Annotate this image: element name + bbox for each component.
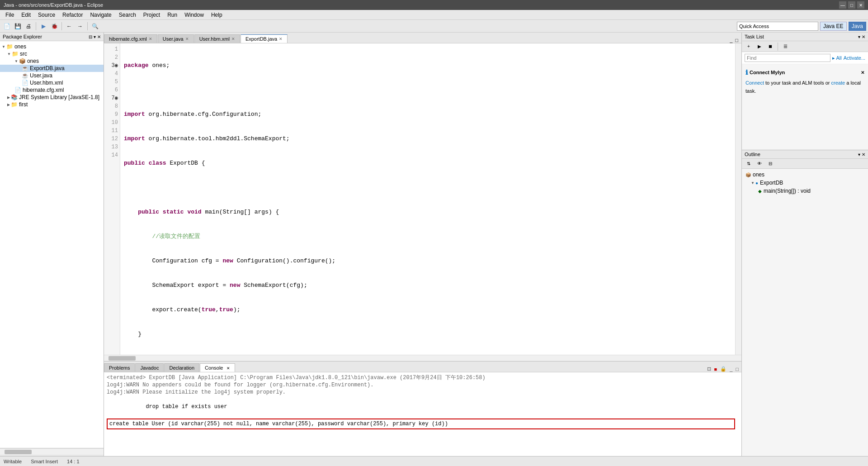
activate-task-button[interactable]: ▶	[755, 42, 764, 52]
editor-horizontal-scroll[interactable]	[104, 355, 741, 361]
tab-exportdb-close[interactable]: ✕	[279, 37, 283, 41]
code-content[interactable]: package ones; import org.hibernate.cfg.C…	[120, 43, 735, 355]
tree-item-jre[interactable]: ▶ 📚 JRE System Library [JavaSE-1.8]	[0, 94, 104, 101]
task-list-close-icon[interactable]: ✕	[862, 34, 865, 39]
task-menu-btn[interactable]: ☰	[780, 42, 790, 52]
new-task-button[interactable]: +	[744, 42, 754, 52]
tab-user-hbm[interactable]: User.hbm.xml ✕	[194, 34, 240, 43]
tab-console-close[interactable]: ✕	[226, 366, 230, 371]
left-scroll-thumb[interactable]	[5, 450, 32, 454]
quick-access-box[interactable]: Quick Access	[737, 22, 818, 31]
package-explorer-title: Package Explorer	[3, 34, 42, 39]
tab-hibernate[interactable]: hibernate.cfg.xml ✕	[104, 34, 157, 43]
back-button[interactable]: ←	[64, 21, 74, 31]
tab-javadoc[interactable]: Javadoc	[135, 363, 164, 372]
java-tab[interactable]: Java	[849, 22, 866, 31]
tree-item-user-hbm[interactable]: 📄 User.hbm.xml	[0, 79, 104, 86]
line-8: 8	[104, 102, 120, 110]
menu-refactor[interactable]: Refactor	[59, 11, 86, 19]
menu-project[interactable]: Project	[140, 11, 164, 19]
menu-file[interactable]: File	[2, 11, 18, 19]
forward-button[interactable]: →	[75, 21, 85, 31]
menu-edit[interactable]: Edit	[18, 11, 34, 19]
close-panel-icon[interactable]: ✕	[97, 34, 101, 39]
editor-minimize-icon[interactable]: _	[728, 38, 734, 43]
outline-collapse-btn[interactable]: ⊟	[765, 159, 775, 169]
status-writable: Writable	[4, 459, 22, 464]
console-maximize-icon[interactable]: □	[735, 366, 740, 372]
tree-item-user-java[interactable]: ☕ User.java	[0, 72, 104, 79]
tab-user-java-close[interactable]: ✕	[185, 37, 189, 41]
code-editor[interactable]: 1 2 3◉ 4 5 6 7◉ 8 9 10 11 12 13 14 packa…	[104, 43, 741, 355]
new-button[interactable]: 📄	[2, 21, 12, 31]
print-button[interactable]: 🖨	[24, 21, 33, 31]
tree-item-exportdb[interactable]: ☕ ExportDB.java	[0, 65, 104, 72]
maximize-button[interactable]: □	[848, 1, 855, 9]
search-button[interactable]: 🔍	[90, 21, 100, 31]
console-warn1: log4j:WARN No appenders could be found f…	[107, 381, 739, 389]
editor-scroll-thumb[interactable]	[108, 356, 136, 361]
collapse-all-icon[interactable]: ⊟	[89, 34, 92, 39]
tab-problems[interactable]: Problems	[104, 363, 135, 372]
activate-label[interactable]: Activate...	[844, 55, 865, 61]
save-button[interactable]: 💾	[13, 21, 23, 31]
tree-item-hibernate-cfg[interactable]: 📄 hibernate.cfg.xml	[0, 86, 104, 94]
menu-run[interactable]: Run	[164, 11, 181, 19]
tab-declaration[interactable]: Declaration	[164, 363, 199, 372]
connect-mylyn-heading: Connect Mylyn	[750, 69, 785, 76]
task-list-menu-icon[interactable]: ▾	[858, 34, 860, 39]
deactivate-task-button[interactable]: ⏹	[765, 42, 775, 52]
outline-close-icon[interactable]: ✕	[862, 152, 865, 157]
outline-menu-icon[interactable]: ▾	[858, 152, 860, 157]
outline-method-icon: ◆	[758, 189, 762, 194]
javaee-tab[interactable]: Java EE	[820, 22, 847, 31]
tab-user-hbm-label: User.hbm.xml	[199, 36, 230, 42]
outline-tree: 📦 ones ▼ ● ExportDB ◆ main(String[]) : v…	[742, 169, 868, 456]
editor-maximize-icon[interactable]: □	[734, 38, 740, 43]
console-content: <terminated> ExportDB [Java Application]…	[104, 372, 741, 456]
outline-item-exportdb[interactable]: ▼ ● ExportDB	[744, 179, 866, 187]
tab-user-hbm-close[interactable]: ✕	[231, 37, 235, 41]
console-scroll-lock-icon[interactable]: 🔒	[719, 366, 727, 372]
outline-hide-btn[interactable]: 👁	[755, 159, 764, 169]
outline-item-ones[interactable]: 📦 ones	[744, 171, 866, 179]
minimize-button[interactable]: —	[839, 1, 846, 9]
console-stop-icon[interactable]: ■	[713, 366, 718, 372]
right-panel: Task List ▾ ✕ + ▶ ⏹ ☰ ▸ All Activate...	[741, 33, 868, 456]
left-panel: Package Explorer ⊟ ▾ ✕ ▼ 📁 ones ▼ 📁 src	[0, 33, 104, 456]
menu-window[interactable]: Window	[181, 11, 208, 19]
debug-button[interactable]: 🐞	[49, 21, 59, 31]
outline-item-main[interactable]: ◆ main(String[]) : void	[744, 187, 866, 195]
connect-link[interactable]: Connect	[745, 80, 764, 86]
tab-user-java[interactable]: User.java ✕	[158, 34, 194, 43]
status-position: 14 : 1	[67, 459, 80, 464]
tree-item-src[interactable]: ▼ 📁 src	[0, 50, 104, 57]
connect-mylyn-close[interactable]: ✕	[861, 69, 864, 76]
menu-search[interactable]: Search	[115, 11, 140, 19]
close-button[interactable]: ✕	[857, 1, 864, 9]
tab-exportdb[interactable]: ExportDB.java ✕	[241, 34, 288, 43]
menu-navigate[interactable]: Navigate	[86, 11, 115, 19]
line-6: 6	[104, 86, 120, 94]
connect-mylyn: ℹ Connect Mylyn ✕ Connect to your task a…	[742, 64, 868, 99]
tree-item-ones-root[interactable]: ▼ 📁 ones	[0, 43, 104, 50]
console-minimize-icon[interactable]: _	[729, 366, 733, 372]
menu-icon[interactable]: ▾	[94, 34, 96, 39]
create-link[interactable]: create	[831, 80, 845, 86]
run-button[interactable]: ▶	[38, 21, 48, 31]
tab-console[interactable]: Console ✕	[200, 363, 235, 372]
menu-help[interactable]: Help	[208, 11, 226, 19]
outline-sort-btn[interactable]: ⇅	[744, 159, 754, 169]
tree-item-ones-package[interactable]: ▼ 📦 ones	[0, 57, 104, 65]
tree-item-first[interactable]: ▶ 📁 first	[0, 101, 104, 108]
all-label[interactable]: ▸ All	[832, 55, 842, 61]
editor-scrollbar[interactable]	[735, 43, 741, 355]
title-bar-controls[interactable]: — □ ✕	[839, 1, 864, 9]
console-clear-icon[interactable]: ⊡	[706, 366, 712, 372]
tab-exportdb-label: ExportDB.java	[245, 36, 277, 42]
menu-source[interactable]: Source	[34, 11, 59, 19]
left-horizontal-scroll[interactable]	[0, 448, 104, 455]
task-find-input[interactable]	[745, 54, 830, 62]
tab-hibernate-close[interactable]: ✕	[149, 37, 152, 41]
line-9: 9	[104, 110, 120, 119]
